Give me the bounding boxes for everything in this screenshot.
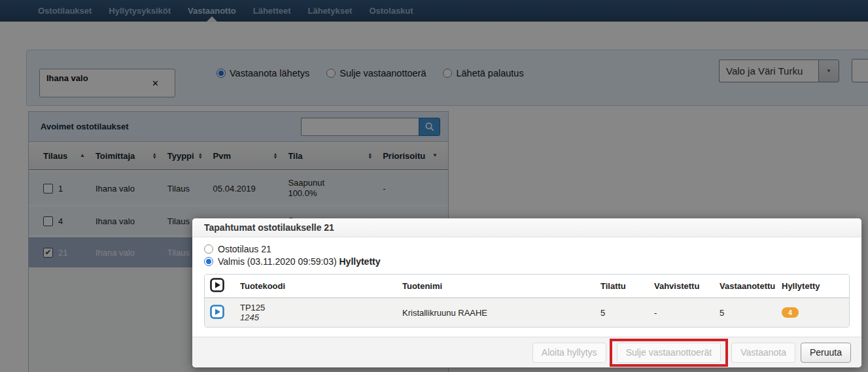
expand-all-button[interactable] xyxy=(205,278,234,294)
product-code: TP125 xyxy=(240,303,396,313)
product-code-cell: TP125 1245 xyxy=(234,303,396,322)
col-tuotekoodi: Tuotekoodi xyxy=(234,281,396,291)
vastaanota-button[interactable]: Vastaanota xyxy=(731,343,795,363)
confirmed-qty: - xyxy=(648,308,713,318)
ordered-qty: 5 xyxy=(594,308,648,318)
modal-radio-label: Ostotilaus 21 xyxy=(218,244,271,254)
expand-row-button[interactable] xyxy=(205,305,234,321)
aloita-hyllytys-button[interactable]: Aloita hyllytys xyxy=(532,343,606,363)
shelved-badge: 4 xyxy=(782,307,799,318)
product-name: Kristallikruunu RAAHE xyxy=(396,308,594,318)
sulje-vastaanottoerät-button[interactable]: Sulje vastaanottoerät xyxy=(617,343,721,363)
col-hyllytetty: Hyllytetty xyxy=(775,281,849,291)
modal-radio-label: Valmis (03.11.2020 09:59:03) Hyllytetty xyxy=(218,256,381,267)
play-icon xyxy=(210,305,224,319)
highlight-annotation-box: Sulje vastaanottoerät xyxy=(610,339,729,367)
modal-footer: Aloita hyllytysSulje vastaanottoerätVast… xyxy=(192,337,861,367)
radio-icon[interactable] xyxy=(204,257,213,266)
shelved-cell: 4 xyxy=(775,307,849,318)
col-tilattu: Tilattu xyxy=(594,281,648,291)
received-qty: 5 xyxy=(713,308,775,318)
col-vastaanotettu: Vastaanotettu xyxy=(713,281,775,291)
col-vahvistettu: Vahvistettu xyxy=(648,281,713,291)
peruuta-button[interactable]: Peruuta xyxy=(801,343,851,363)
modal-radio-valmis[interactable]: Valmis (03.11.2020 09:59:03) Hyllytetty xyxy=(204,255,850,267)
col-tuotenimi: Tuotenimi xyxy=(396,281,594,291)
play-icon xyxy=(210,278,224,292)
modal-radio-ostotilaus[interactable]: Ostotilaus 21 xyxy=(204,243,850,255)
modal-product-table: Tuotekoodi Tuotenimi Tilattu Vahvistettu… xyxy=(204,274,850,328)
product-row[interactable]: TP125 1245 Kristallikruunu RAAHE 5 - 5 4 xyxy=(205,298,849,327)
radio-icon[interactable] xyxy=(204,245,213,254)
modal-table-header: Tuotekoodi Tuotenimi Tilattu Vahvistettu… xyxy=(205,275,849,298)
modal-body: Ostotilaus 21 Valmis (03.11.2020 09:59:0… xyxy=(192,237,861,328)
product-code-sub: 1245 xyxy=(240,313,396,322)
events-modal: Tapahtumat ostotilaukselle 21 Ostotilaus… xyxy=(192,218,861,367)
modal-title: Tapahtumat ostotilaukselle 21 xyxy=(192,218,861,237)
